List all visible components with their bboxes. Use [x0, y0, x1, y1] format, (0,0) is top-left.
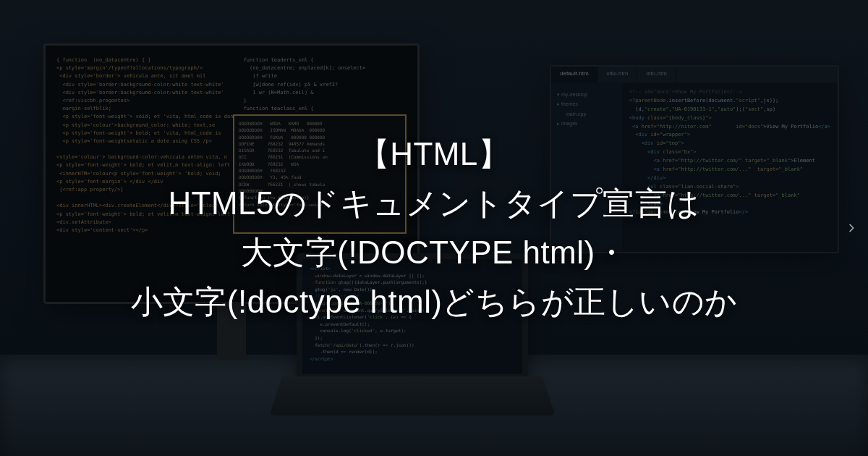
title-line-2: HTML5のドキュメントタイプ宣言は	[168, 179, 699, 228]
chevron-right-icon	[846, 222, 857, 234]
hero-title: 【HTML】 HTML5のドキュメントタイプ宣言は 大文字(!DOCTYPE h…	[0, 0, 868, 456]
title-line-3: 大文字(!DOCTYPE html)・	[241, 228, 627, 277]
title-line-1: 【HTML】	[358, 130, 510, 179]
title-line-4: 小文字(!doctype html)どちらが正しいのか	[131, 277, 738, 326]
next-arrow-button[interactable]	[843, 220, 859, 236]
